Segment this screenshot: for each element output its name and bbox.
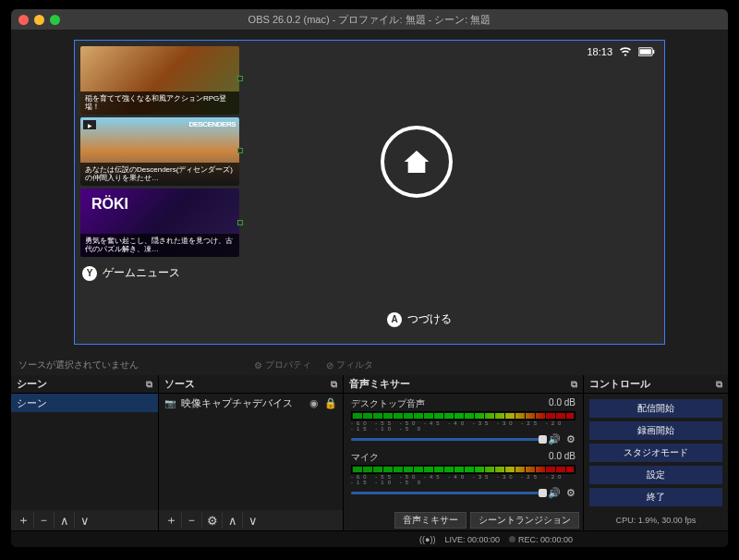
mixer-header[interactable]: 音声ミキサー ⧉	[344, 375, 583, 394]
preview-canvas[interactable]: 18:13 稲を育てて強くなる和風アクションRPG登場！ ▶ DESCENDER…	[74, 40, 665, 345]
lock-icon[interactable]: 🔒	[324, 397, 337, 409]
cpu-status: CPU: 1.9%, 30.00 fps	[584, 510, 728, 530]
broadcast-status: ((●))	[419, 535, 435, 544]
news-caption: あなたは伝説のDescenders(ディセンダーズ)の仲間入りを果たせ…	[80, 163, 239, 186]
window-title: OBS 26.0.2 (mac) - プロファイル: 無題 - シーン: 無題	[11, 13, 728, 27]
svg-rect-1	[653, 50, 654, 54]
status-bar: ((●)) LIVE: 00:00:00 REC: 00:00:00	[11, 530, 728, 547]
y-button-icon: Y	[82, 266, 97, 281]
news-card[interactable]: 稲を育てて強くなる和風アクションRPG登場！	[80, 46, 239, 115]
settings-button[interactable]: 設定	[589, 466, 722, 484]
gear-icon: ⚙	[254, 360, 262, 371]
game-news-list: 稲を育てて強くなる和風アクションRPG登場！ ▶ DESCENDERS あなたは…	[80, 46, 239, 281]
settings-button[interactable]: ⚙	[201, 512, 222, 529]
rec-status: REC: 00:00:00	[509, 535, 573, 544]
dock-tab-transition[interactable]: シーントランジション	[470, 512, 579, 529]
a-button-icon: A	[387, 312, 402, 327]
move-up-button[interactable]: ∧	[222, 512, 242, 529]
camera-icon: 📷	[164, 398, 176, 408]
continue-label: つづける	[407, 311, 452, 327]
gear-icon[interactable]: ⚙	[566, 487, 575, 499]
docks-row: シーン ⧉ シーン ＋ － ∧ ∨ ソース ⧉ �	[11, 375, 728, 530]
volume-slider[interactable]	[351, 492, 542, 494]
device-statusbar: 18:13	[587, 46, 655, 57]
dock-tab-mixer[interactable]: 音声ミキサー	[394, 512, 466, 529]
start-stream-button[interactable]: 配信開始	[589, 399, 722, 418]
exit-button[interactable]: 終了	[589, 488, 722, 506]
live-status: LIVE: 00:00:00	[444, 535, 500, 544]
dock-tab-row: 音声ミキサー シーントランジション	[344, 510, 583, 530]
volume-slider[interactable]	[351, 438, 542, 441]
meter-ticks: -60 -55 -50 -45 -40 -35 -30 -25 -20 -15 …	[351, 420, 575, 432]
sources-toolbar: ＋ － ⚙ ∧ ∨	[159, 510, 343, 530]
titlebar[interactable]: OBS 26.0.2 (mac) - プロファイル: 無題 - シーン: 無題	[11, 9, 728, 30]
resize-handle-icon[interactable]	[237, 220, 243, 225]
sources-panel: ソース ⧉ 📷 映像キャプチャデバイス ◉ 🔒 ＋ － ⚙ ∧ ∨	[159, 375, 344, 530]
visibility-icon[interactable]: ◉	[309, 397, 319, 409]
start-record-button[interactable]: 録画開始	[589, 421, 722, 440]
home-button[interactable]	[381, 126, 453, 198]
news-logo: DESCENDERS	[188, 120, 236, 128]
news-logo: RÖKI	[91, 196, 128, 213]
move-up-button[interactable]: ∧	[54, 512, 74, 529]
scene-label: シーン	[17, 396, 47, 410]
popout-icon[interactable]: ⧉	[716, 379, 722, 390]
wifi-icon	[620, 47, 631, 56]
meter-ticks: -60 -55 -50 -45 -40 -35 -30 -25 -20 -15 …	[351, 474, 575, 485]
continue-row: A つづける	[387, 311, 452, 327]
game-news-heading: Y ゲームニュース	[82, 265, 239, 281]
popout-icon[interactable]: ⧉	[146, 379, 152, 390]
app-window: OBS 26.0.2 (mac) - プロファイル: 無題 - シーン: 無題 …	[11, 9, 728, 547]
battery-icon	[638, 47, 655, 56]
move-down-button[interactable]: ∨	[242, 512, 262, 529]
add-button[interactable]: ＋	[161, 512, 181, 529]
source-item[interactable]: 📷 映像キャプチャデバイス ◉ 🔒	[159, 394, 343, 412]
game-news-label: ゲームニュース	[103, 265, 180, 281]
vu-meter	[351, 465, 575, 474]
preview-area[interactable]: 18:13 稲を育てて強くなる和風アクションRPG登場！ ▶ DESCENDER…	[11, 30, 728, 355]
source-info-row: ソースが選択されていません ⚙ プロパティ ⊘ フィルタ	[11, 355, 728, 375]
scene-item[interactable]: シーン	[11, 394, 158, 412]
broadcast-icon: ((●))	[419, 535, 435, 544]
vu-meter	[351, 411, 575, 420]
channel-db: 0.0 dB	[549, 397, 575, 410]
no-selection-label: ソースが選択されていません	[18, 359, 139, 371]
resize-handle-icon[interactable]	[237, 76, 243, 81]
popout-icon[interactable]: ⧉	[331, 379, 337, 390]
controls-panel: コントロール ⧉ 配信開始 録画開始 スタジオモード 設定 終了 CPU: 1.…	[584, 375, 728, 530]
scenes-toolbar: ＋ － ∧ ∨	[11, 510, 158, 530]
speaker-icon[interactable]: 🔊	[548, 433, 561, 445]
channel-name: デスクトップ音声	[351, 397, 425, 410]
scenes-header[interactable]: シーン ⧉	[11, 375, 158, 394]
rec-led-icon	[509, 536, 515, 542]
svg-rect-2	[639, 49, 650, 55]
studio-mode-button[interactable]: スタジオモード	[589, 444, 722, 462]
news-card[interactable]: RÖKI 勇気を奮い起こし、隠された道を見つけ、古代のパズル解き、凍…	[80, 189, 239, 257]
popout-icon[interactable]: ⧉	[571, 379, 577, 390]
channel-db: 0.0 dB	[549, 451, 575, 464]
remove-button[interactable]: －	[33, 512, 54, 529]
play-icon: ▶	[83, 120, 96, 129]
mixer-channel: マイク0.0 dB -60 -55 -50 -45 -40 -35 -30 -2…	[344, 447, 583, 501]
remove-button[interactable]: －	[181, 512, 201, 529]
clock-label: 18:13	[587, 46, 612, 57]
channel-name: マイク	[351, 451, 379, 464]
add-button[interactable]: ＋	[13, 512, 33, 529]
speaker-icon[interactable]: 🔊	[548, 487, 561, 499]
news-caption: 稲を育てて強くなる和風アクションRPG登場！	[80, 91, 239, 115]
scenes-panel: シーン ⧉ シーン ＋ － ∧ ∨	[11, 375, 159, 530]
news-caption: 勇気を奮い起こし、隠された道を見つけ、古代のパズル解き、凍…	[80, 234, 239, 257]
filters-button[interactable]: ⊘ フィルタ	[326, 359, 373, 371]
properties-button[interactable]: ⚙ プロパティ	[254, 359, 311, 371]
filter-icon: ⊘	[326, 360, 333, 371]
home-icon	[402, 147, 431, 177]
news-card[interactable]: ▶ DESCENDERS あなたは伝説のDescenders(ディセンダーズ)の…	[80, 117, 239, 186]
move-down-button[interactable]: ∨	[74, 512, 94, 529]
resize-handle-icon[interactable]	[237, 148, 243, 153]
controls-header[interactable]: コントロール ⧉	[584, 375, 728, 394]
sources-header[interactable]: ソース ⧉	[159, 375, 343, 394]
mixer-panel: 音声ミキサー ⧉ デスクトップ音声0.0 dB -60 -55 -50 -45 …	[344, 375, 584, 530]
source-label: 映像キャプチャデバイス	[181, 396, 293, 410]
mixer-channel: デスクトップ音声0.0 dB -60 -55 -50 -45 -40 -35 -…	[344, 394, 583, 447]
gear-icon[interactable]: ⚙	[566, 433, 575, 445]
